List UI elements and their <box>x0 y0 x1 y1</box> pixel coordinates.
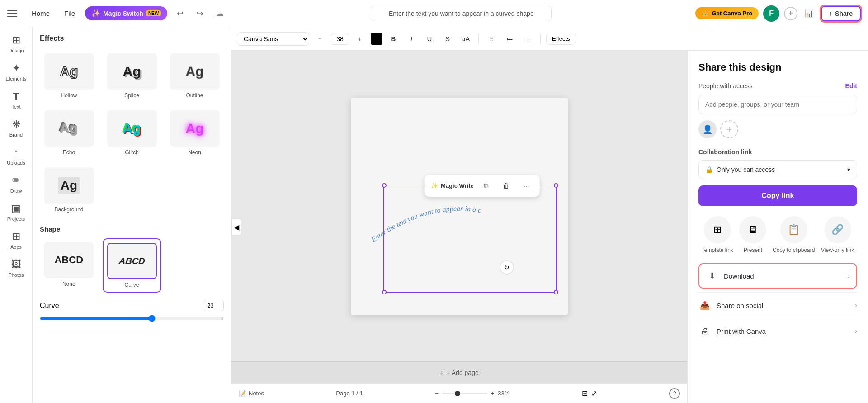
add-page-label: + Add page <box>446 369 478 376</box>
selection-handle-tl[interactable] <box>382 183 387 188</box>
increase-font-size-button[interactable]: + <box>353 32 367 46</box>
sidebar-item-design[interactable]: ⊞ Design <box>3 31 30 57</box>
shape-title: Shape <box>40 225 224 233</box>
sidebar-item-text[interactable]: T Text <box>3 87 30 113</box>
bottom-bar: 📝 Notes Page 1 / 1 − + 33% ⊞ ⤢ <box>231 383 687 403</box>
curve-value-input[interactable] <box>204 300 224 311</box>
sidebar-item-brand[interactable]: ❋ Brand <box>3 115 30 141</box>
effect-preview-neon: Ag <box>170 110 220 147</box>
add-page-button[interactable]: + + Add page <box>231 361 687 383</box>
file-nav-item[interactable]: File <box>60 7 80 20</box>
selection-handle-bl[interactable] <box>382 290 387 294</box>
analytics-icon[interactable]: 📊 <box>802 6 816 21</box>
canvas-container[interactable]: Enter the text you want to appear in a c <box>231 51 687 361</box>
print-icon: 🖨 <box>698 325 711 337</box>
sidebar-item-uploads[interactable]: ↑ Uploads <box>3 143 30 169</box>
uploads-icon: ↑ <box>14 147 19 158</box>
zoom-in-button[interactable]: + <box>491 390 495 397</box>
effect-preview-hollow: Ag <box>44 53 94 90</box>
copy-link-button[interactable]: Copy link <box>698 185 857 206</box>
rotate-handle[interactable]: ↻ <box>500 260 514 275</box>
hamburger-menu[interactable] <box>7 6 22 21</box>
share-icon-present[interactable]: 🖥 Present <box>739 216 766 253</box>
effects-panel: Effects Ag Hollow Ag Splice Ag <box>33 27 231 403</box>
notes-button[interactable]: 📝 Notes <box>239 390 264 397</box>
selection-handle-br[interactable] <box>554 290 558 294</box>
canvas-title[interactable]: Enter the text you want to appear in a c… <box>371 6 552 21</box>
share-icon-copy-to-clipboard[interactable]: 📋 Copy to clipboard <box>773 216 815 253</box>
print-with-canva-action-row[interactable]: 🖨 Print with Canva › <box>698 318 857 344</box>
add-people-input[interactable] <box>698 95 857 114</box>
sidebar-item-photos[interactable]: 🖼 Photos <box>3 255 30 281</box>
share-on-social-action-row[interactable]: 📤 Share on social › <box>698 292 857 318</box>
align-left-button[interactable]: ≡ <box>484 32 499 46</box>
curve-label-row: Curve <box>40 300 224 311</box>
sidebar-item-apps[interactable]: ⊞ Apps <box>3 227 30 253</box>
bold-button[interactable]: B <box>386 32 401 46</box>
undo-button[interactable]: ↩ <box>173 6 187 21</box>
fullscreen-button[interactable]: ⤢ <box>591 389 597 398</box>
shape-none[interactable]: ABCD None <box>40 238 98 293</box>
zoom-level: 33% <box>498 390 509 397</box>
apps-icon: ⊞ <box>12 231 20 242</box>
effect-splice[interactable]: Ag Splice <box>103 50 161 102</box>
zoom-out-button[interactable]: − <box>435 390 439 397</box>
copy-element-button[interactable]: ⧉ <box>479 179 494 193</box>
share-on-social-icon: 📤 <box>698 299 711 312</box>
effect-neon[interactable]: Ag Neon <box>165 107 224 159</box>
toolbar-separator-2 <box>540 33 541 44</box>
strikethrough-button[interactable]: S <box>440 32 455 46</box>
photos-icon: 🖼 <box>11 259 21 270</box>
chevron-down-icon: ▾ <box>847 166 850 173</box>
bullet-list-button[interactable]: ≔ <box>502 32 517 46</box>
avatar-add-row: 👤 + <box>698 120 857 138</box>
more-options-button[interactable]: ··· <box>519 179 533 193</box>
curve-slider-row <box>40 315 224 326</box>
get-canva-pro-button[interactable]: 👑 Get Canva Pro <box>695 7 759 19</box>
add-user-circle-button[interactable]: + <box>720 120 738 138</box>
font-family-select[interactable]: Canva Sans <box>237 32 309 46</box>
share-icon-view-only-link[interactable]: 🔗 View-only link <box>821 216 854 253</box>
home-nav-item[interactable]: Home <box>27 7 54 20</box>
share-icon-template-link[interactable]: ⊞ Template link <box>702 216 733 253</box>
magic-write-button[interactable]: ✨ Magic Write <box>431 182 474 189</box>
effects-button[interactable]: Effects <box>546 33 576 45</box>
redo-button[interactable]: ↪ <box>193 6 207 21</box>
magic-switch-button[interactable]: ✨ Magic Switch NEW <box>85 6 167 20</box>
user-avatar[interactable]: F <box>763 5 779 22</box>
effect-glitch[interactable]: Ag Glitch <box>103 107 161 159</box>
add-user-nav-button[interactable]: + <box>784 7 797 20</box>
copy-to-clipboard-label: Copy to clipboard <box>773 247 815 253</box>
share-label: Share <box>835 10 853 17</box>
effect-echo[interactable]: Ag Echo <box>40 107 98 159</box>
get-canva-pro-label: Get Canva Pro <box>712 10 752 17</box>
view-only-link-icon-circle: 🔗 <box>824 216 851 243</box>
effect-background[interactable]: Ag Background <box>40 164 98 216</box>
effect-outline[interactable]: Ag Outline <box>165 50 224 102</box>
line-spacing-button[interactable]: ≣ <box>520 32 535 46</box>
case-toggle-button[interactable]: aA <box>458 32 473 46</box>
help-button[interactable]: ? <box>669 388 680 399</box>
collapse-panel-button[interactable]: ◀ <box>231 218 241 235</box>
sidebar-item-projects[interactable]: ▣ Projects <box>3 199 30 225</box>
collab-link-dropdown[interactable]: 🔒 Only you can access ▾ <box>698 160 857 179</box>
download-action-row[interactable]: ⬇ Download › <box>698 263 857 289</box>
selection-handle-tr[interactable] <box>554 183 558 188</box>
grid-view-button[interactable]: ⊞ <box>582 389 588 398</box>
font-size-input[interactable] <box>331 33 349 45</box>
shape-curve[interactable]: ABCD Curve <box>103 238 161 293</box>
edit-access-link[interactable]: Edit <box>845 82 857 90</box>
effect-hollow[interactable]: Ag Hollow <box>40 50 98 102</box>
curve-slider[interactable] <box>40 315 224 322</box>
effects-title: Effects <box>40 34 224 43</box>
delete-element-button[interactable]: 🗑 <box>499 179 514 193</box>
sidebar-item-draw[interactable]: ✏ Draw <box>3 171 30 197</box>
sidebar-item-label-text: Text <box>11 104 20 109</box>
underline-button[interactable]: U <box>422 32 437 46</box>
share-button[interactable]: ↑ Share <box>821 6 861 21</box>
sidebar-item-label-projects: Projects <box>7 216 25 222</box>
text-color-swatch[interactable] <box>371 33 382 45</box>
italic-button[interactable]: I <box>404 32 419 46</box>
sidebar-item-elements[interactable]: ✦ Elements <box>3 59 30 85</box>
decrease-font-size-button[interactable]: − <box>313 32 327 46</box>
